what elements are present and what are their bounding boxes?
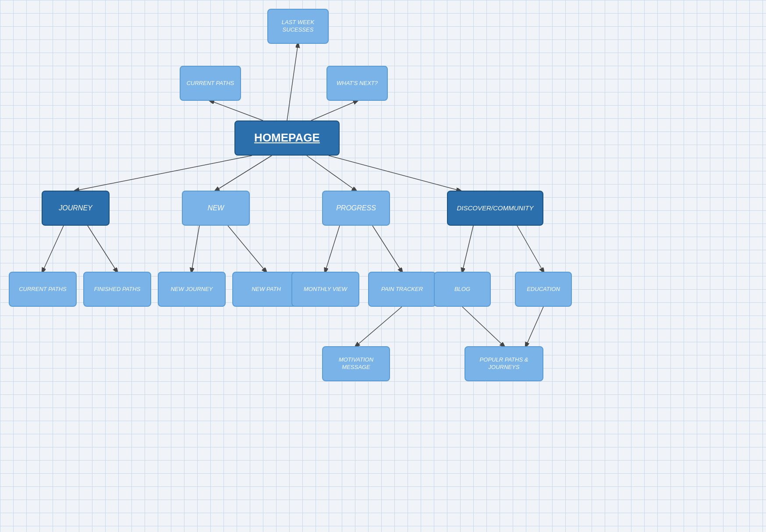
whats-next-node[interactable]: WHAT'S NEXT? xyxy=(326,66,388,101)
new-journey-label: NEW JOURNEY xyxy=(170,286,213,293)
motivation-node[interactable]: MOTIVATION MESSAGE xyxy=(322,346,390,381)
svg-line-9 xyxy=(192,226,199,272)
current-paths-bot-node[interactable]: CURRENT PATHS xyxy=(9,272,77,307)
homepage-label: HOMEPAGE xyxy=(254,131,320,145)
current-paths-bot-label: CURRENT PATHS xyxy=(19,286,67,293)
last-week-label: LAST WEEK SUCESSES xyxy=(282,19,314,34)
svg-line-17 xyxy=(526,307,543,346)
finished-paths-label: FINISHED PATHS xyxy=(94,286,141,293)
svg-line-13 xyxy=(356,307,402,346)
blog-label: BLOG xyxy=(454,286,470,293)
blog-node[interactable]: BLOG xyxy=(434,272,491,307)
discover-node[interactable]: DISCOVER/COMMUNITY xyxy=(447,191,543,226)
journey-node[interactable]: JOURNEY xyxy=(42,191,110,226)
progress-label: PROGRESS xyxy=(336,204,376,213)
svg-line-2 xyxy=(311,101,357,121)
svg-line-0 xyxy=(287,44,298,121)
svg-line-4 xyxy=(216,156,272,191)
svg-line-14 xyxy=(462,226,473,272)
discover-label: DISCOVER/COMMUNITY xyxy=(457,204,533,213)
current-paths-top-node[interactable]: CURRENT PATHS xyxy=(180,66,241,101)
svg-line-11 xyxy=(325,226,340,272)
svg-line-12 xyxy=(372,226,402,272)
new-path-label: NEW PATH xyxy=(252,286,281,293)
svg-line-10 xyxy=(228,226,266,272)
svg-line-7 xyxy=(43,226,64,272)
pain-tracker-node[interactable]: PAIN TRACKER xyxy=(368,272,436,307)
new-journey-node[interactable]: NEW JOURNEY xyxy=(158,272,226,307)
education-label: EDUCATION xyxy=(527,286,560,293)
pain-tracker-label: PAIN TRACKER xyxy=(381,286,423,293)
finished-paths-node[interactable]: FINISHED PATHS xyxy=(83,272,151,307)
progress-node[interactable]: PROGRESS xyxy=(322,191,390,226)
education-node[interactable]: EDUCATION xyxy=(515,272,572,307)
new-path-node[interactable]: NEW PATH xyxy=(232,272,300,307)
last-week-node[interactable]: LAST WEEK SUCESSES xyxy=(267,9,329,44)
diagram: HOMEPAGE LAST WEEK SUCESSES CURRENT PATH… xyxy=(0,0,766,532)
new-label: NEW xyxy=(208,204,224,213)
svg-line-1 xyxy=(210,101,263,121)
new-node[interactable]: NEW xyxy=(182,191,250,226)
journey-label: JOURNEY xyxy=(59,204,92,213)
current-paths-top-label: CURRENT PATHS xyxy=(187,80,234,87)
svg-line-5 xyxy=(307,156,356,191)
monthly-view-label: MONTHLY VIEW xyxy=(304,286,347,293)
svg-line-8 xyxy=(88,226,117,272)
svg-line-15 xyxy=(517,226,543,272)
svg-line-16 xyxy=(462,307,504,346)
popular-paths-node[interactable]: POPULR PATHS & JOURNEYS xyxy=(465,346,543,381)
svg-line-6 xyxy=(329,156,460,191)
monthly-view-node[interactable]: MONTHLY VIEW xyxy=(291,272,359,307)
popular-paths-label: POPULR PATHS & JOURNEYS xyxy=(480,356,528,371)
motivation-label: MOTIVATION MESSAGE xyxy=(339,356,373,371)
svg-line-3 xyxy=(75,156,252,191)
homepage-node[interactable]: HOMEPAGE xyxy=(234,121,340,156)
whats-next-label: WHAT'S NEXT? xyxy=(337,80,378,87)
